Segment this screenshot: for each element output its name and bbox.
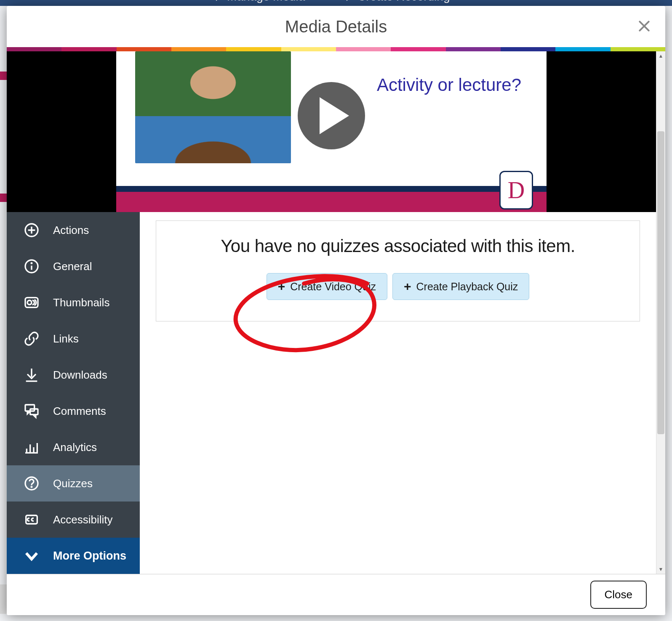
rainbow-divider: [7, 47, 665, 51]
svg-point-8: [31, 487, 32, 488]
comments-icon: [22, 401, 41, 421]
general-icon: [22, 257, 41, 276]
links-icon: [22, 329, 41, 348]
sidebar-item-label: Accessibility: [53, 513, 113, 526]
sidebar-more-label: More Options: [53, 549, 126, 563]
thumbnails-icon: [22, 293, 41, 312]
actions-icon: [22, 220, 41, 240]
bg-create-recording-button[interactable]: Create Recording: [339, 0, 457, 5]
bg-manage-media-button[interactable]: Manage Media: [208, 0, 312, 5]
video-player[interactable]: Activity or lecture? D: [7, 51, 656, 212]
scroll-thumb[interactable]: [657, 131, 664, 434]
scroll-up-arrow-icon[interactable]: ▲: [656, 51, 665, 61]
svg-point-2: [31, 263, 32, 264]
sidebar-item-accessibility[interactable]: Accessibility: [7, 502, 140, 538]
analytics-icon: [22, 438, 41, 457]
quizzes-panel: You have no quizzes associated with this…: [156, 220, 640, 321]
brand-stripe-blue: [116, 186, 547, 192]
bg-create-recording-label: Create Recording: [357, 0, 450, 3]
modal-body: Activity or lecture? D ActionsGeneralThu…: [7, 51, 665, 574]
sidebar-item-label: Analytics: [53, 441, 97, 454]
brand-crest-icon: D: [499, 171, 533, 210]
sidebar-item-quizzes[interactable]: Quizzes: [7, 465, 140, 502]
play-triangle-icon: [347, 0, 353, 1]
brand-stripe-red: [116, 192, 547, 212]
downloads-icon: [22, 365, 41, 385]
sidebar-item-comments[interactable]: Comments: [7, 393, 140, 429]
sidebar-item-label: Thumbnails: [53, 296, 109, 309]
create-playback-quiz-button[interactable]: + Create Playback Quiz: [392, 273, 529, 300]
sidebar-item-label: Actions: [53, 224, 89, 237]
sidebar-item-thumbnails[interactable]: Thumbnails: [7, 284, 140, 321]
play-triangle-icon: [320, 97, 349, 134]
quizzes-button-row: + Create Video Quiz + Create Playback Qu…: [165, 273, 631, 300]
sidebar-item-analytics[interactable]: Analytics: [7, 429, 140, 465]
quizzes-empty-message: You have no quizzes associated with this…: [165, 236, 631, 256]
modal-title: Media Details: [285, 17, 387, 36]
sidebar-item-general[interactable]: General: [7, 248, 140, 284]
close-icon[interactable]: [635, 17, 653, 35]
vertical-scrollbar[interactable]: ▲ ▼: [656, 51, 665, 574]
slide-title-text: Activity or lecture?: [377, 75, 521, 95]
crest-letter: D: [508, 177, 525, 204]
create-video-quiz-label: Create Video Quiz: [290, 281, 376, 293]
quizzes-icon: [22, 474, 41, 493]
sidebar-item-links[interactable]: Links: [7, 321, 140, 357]
sidebar-item-downloads[interactable]: Downloads: [7, 357, 140, 393]
modal-footer: Close: [7, 574, 665, 615]
create-video-quiz-button[interactable]: + Create Video Quiz: [267, 273, 387, 300]
webcam-thumbnail: [135, 51, 291, 163]
close-button[interactable]: Close: [590, 581, 647, 609]
sidebar-item-label: Comments: [53, 405, 106, 418]
bg-manage-media-label: Manage Media: [227, 0, 305, 3]
scroll-down-arrow-icon[interactable]: ▼: [656, 565, 665, 574]
quizzes-pane: You have no quizzes associated with this…: [140, 212, 656, 574]
media-details-modal: Media Details Activity or lecture? D: [7, 6, 665, 615]
play-button[interactable]: [298, 82, 365, 149]
sidebar-item-label: Quizzes: [53, 477, 93, 490]
play-triangle-icon: [216, 0, 223, 1]
sidebar: ActionsGeneralThumbnailsLinksDownloadsCo…: [7, 212, 140, 574]
sidebar-item-label: Downloads: [53, 369, 107, 382]
lower-split: ActionsGeneralThumbnailsLinksDownloadsCo…: [7, 212, 656, 574]
accessibility-icon: [22, 510, 41, 529]
sidebar-item-label: General: [53, 260, 92, 273]
plus-icon: +: [278, 279, 285, 294]
content-column: Activity or lecture? D ActionsGeneralThu…: [7, 51, 656, 574]
chevron-down-icon: [22, 548, 41, 564]
create-playback-quiz-label: Create Playback Quiz: [416, 281, 518, 293]
sidebar-item-label: Links: [53, 332, 79, 345]
svg-point-4: [27, 300, 32, 305]
plus-icon: +: [404, 279, 411, 294]
modal-header: Media Details: [7, 6, 665, 47]
sidebar-item-actions[interactable]: Actions: [7, 212, 140, 248]
sidebar-more-options[interactable]: More Options: [7, 538, 140, 574]
